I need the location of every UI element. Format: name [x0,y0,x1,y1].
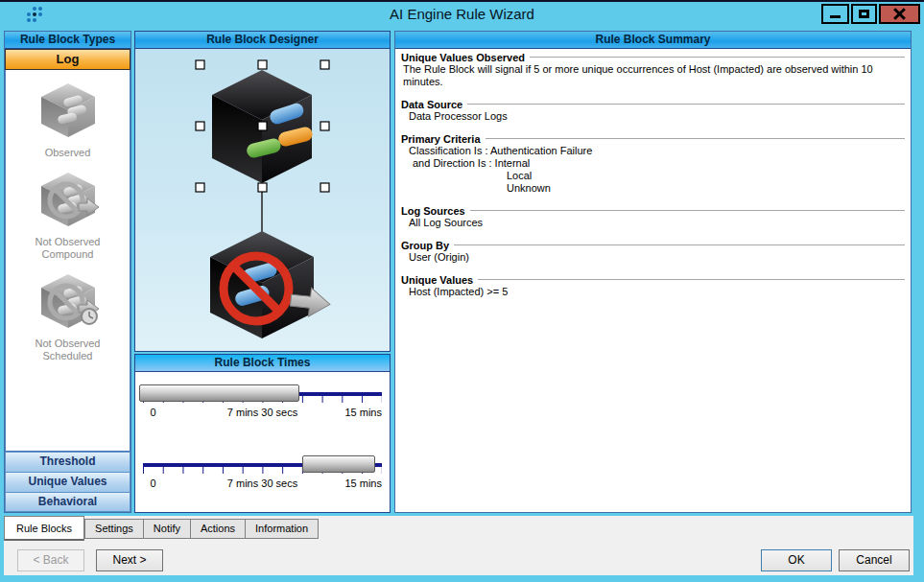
summary-text: Classification Is : Authentication Failu… [409,145,905,157]
summary-text: User (Origin) [409,251,905,264]
window-title: AI Engine Rule Wizard [0,6,924,22]
ok-button[interactable]: OK [761,549,832,571]
type-item-observed[interactable]: Observed [6,80,130,159]
rule-block-types-panel: Rule Block Types Log Observed Not Observ… [4,31,131,513]
time-slider-2: 0 7 mins 30 secs 15 mins [135,447,390,487]
tab-settings[interactable]: Settings [84,519,144,539]
tick-label-mid: 7 mins 30 secs [227,407,297,418]
cancel-button[interactable]: Cancel [839,549,910,571]
slider-labels: 0 7 mins 30 secs 15 mins [143,407,382,420]
accordion-behavioral[interactable]: Behavioral [5,492,130,512]
type-item-label: Observed [6,147,130,159]
time-slider-1: 0 7 mins 30 secs 15 mins [135,376,390,416]
back-button[interactable]: < Back [17,549,84,571]
section-title-data-source: Data Source [401,99,905,110]
tick-label-start: 0 [150,477,155,489]
section-title-group-by: Group By [401,240,905,251]
section-title-unique-values-observed: Unique Values Observed [401,52,905,63]
close-icon[interactable] [879,4,920,24]
tab-rule-blocks[interactable]: Rule Blocks [4,516,84,541]
ai-engine-rule-wizard-window: AI Engine Rule Wizard Rule Block Types L… [0,0,924,582]
accordion-unique-values[interactable]: Unique Values [5,472,130,492]
observed-cube-icon [35,80,102,141]
rule-block-summary-header: Rule Block Summary [395,32,911,49]
tick-label-end: 15 mins [344,477,382,489]
type-item-label: Not Observed Compound [6,236,130,261]
type-item-not-observed-compound[interactable]: Not Observed Compound [6,169,130,261]
summary-text: All Log Sources [409,217,905,229]
tick-label-end: 15 mins [344,407,382,418]
slider-range-handle[interactable] [139,384,299,402]
not-observed-scheduled-cube-icon [35,270,102,332]
rule-block-times-panel: Rule Block Times 0 7 mins 30 secs 15 min… [134,354,391,513]
summary-text: Data Processor Logs [409,110,905,123]
log-category-button[interactable]: Log [5,49,130,70]
wizard-tabs: Rule Blocks Settings Notify Actions Info… [4,516,319,540]
tab-notify[interactable]: Notify [144,519,191,539]
summary-text: Unknown [507,182,905,195]
slider-range-handle[interactable] [302,455,376,473]
section-title-log-sources: Log Sources [401,205,905,217]
maximize-icon[interactable] [851,4,877,24]
section-title-primary-criteria: Primary Criteria [401,133,905,145]
section-title-unique-values: Unique Values [401,274,905,286]
tab-actions[interactable]: Actions [191,519,246,539]
rule-block-designer-header: Rule Block Designer [135,32,390,49]
slider-labels: 0 7 mins 30 secs 15 mins [143,477,382,491]
summary-text: and Direction Is : Internal [413,157,905,170]
designer-canvas[interactable] [135,49,390,351]
summary-text: The Rule Block will signal if 5 or more … [403,63,905,88]
rule-block-designer-panel: Rule Block Designer [134,31,391,352]
rule-block-types-header: Rule Block Types [5,32,130,49]
rule-block-summary-panel: Rule Block Summary Unique Values Observe… [394,31,912,513]
minimize-icon[interactable] [821,4,849,24]
type-item-not-observed-scheduled[interactable]: Not Observed Scheduled [6,270,130,362]
tab-information[interactable]: Information [246,519,319,539]
not-observed-compound-cube-icon [35,169,102,230]
summary-body: Unique Values Observed The Rule Block wi… [395,49,911,298]
log-not-observed-block[interactable] [210,231,331,338]
accordion-threshold[interactable]: Threshold [5,452,130,472]
tick-label-start: 0 [150,407,155,418]
summary-text: Local [507,170,905,182]
clock-icon [82,309,97,324]
bottom-bar: Rule Blocks Settings Notify Actions Info… [4,516,913,575]
type-item-label: Not Observed Scheduled [6,338,130,362]
rule-block-times-header: Rule Block Times [135,355,390,372]
titlebar: AI Engine Rule Wizard [0,2,924,29]
summary-text: Host (Impacted) >= 5 [409,286,905,298]
next-button[interactable]: Next > [96,549,163,571]
tick-label-mid: 7 mins 30 secs [227,477,297,489]
rule-block-type-list: Observed Not Observed Compound Not Obser… [5,70,130,452]
